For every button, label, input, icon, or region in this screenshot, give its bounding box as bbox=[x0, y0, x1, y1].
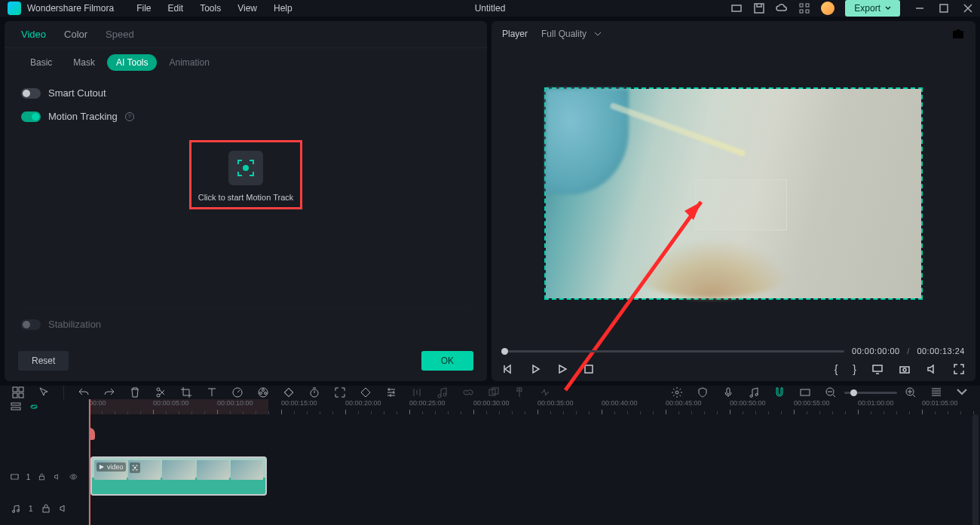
tab-video[interactable]: Video bbox=[21, 29, 46, 40]
scrub-slider[interactable] bbox=[502, 350, 844, 353]
prev-frame-icon[interactable] bbox=[502, 363, 514, 375]
green-screen-icon[interactable] bbox=[360, 386, 372, 398]
minimize-icon[interactable] bbox=[915, 4, 924, 13]
cursor-icon[interactable] bbox=[38, 386, 50, 398]
menu-tools[interactable]: Tools bbox=[200, 3, 221, 14]
svg-rect-1 bbox=[755, 4, 764, 13]
zoom-slider[interactable] bbox=[844, 392, 897, 394]
maximize-icon[interactable] bbox=[939, 4, 948, 13]
reset-button[interactable]: Reset bbox=[18, 351, 69, 371]
chain-icon[interactable] bbox=[29, 401, 39, 412]
timeline-ruler[interactable]: 00:0000:00:05:0000:00:10:0000:00:15:0000… bbox=[89, 399, 980, 414]
subtab-ai-tools[interactable]: AI Tools bbox=[107, 54, 157, 71]
audio-track-lane[interactable] bbox=[89, 497, 980, 525]
mute-icon[interactable] bbox=[54, 472, 62, 482]
mark-in-icon[interactable]: { bbox=[835, 363, 838, 375]
volume-icon[interactable] bbox=[926, 363, 938, 375]
mute-icon[interactable] bbox=[59, 503, 69, 514]
music-icon[interactable] bbox=[748, 386, 760, 398]
split-icon[interactable] bbox=[155, 386, 167, 398]
speed-icon[interactable] bbox=[231, 386, 243, 398]
svg-rect-35 bbox=[11, 403, 20, 405]
ruler-tick: 00:00:30:00 bbox=[473, 399, 510, 407]
crop-icon[interactable] bbox=[180, 386, 192, 398]
audio-stretch-icon[interactable] bbox=[539, 386, 551, 398]
link-icon[interactable] bbox=[462, 386, 474, 398]
adjust-icon[interactable] bbox=[385, 386, 397, 398]
chevron-down-icon[interactable] bbox=[956, 386, 968, 398]
menu-file[interactable]: File bbox=[136, 3, 151, 14]
playhead[interactable] bbox=[89, 399, 90, 525]
menu-view[interactable]: View bbox=[237, 3, 257, 14]
account-avatar-icon[interactable] bbox=[821, 2, 835, 15]
lock-icon[interactable] bbox=[38, 472, 46, 482]
menu-help[interactable]: Help bbox=[274, 3, 292, 14]
player-video-area[interactable] bbox=[492, 47, 975, 340]
smart-cutout-toggle[interactable] bbox=[21, 88, 41, 99]
subtab-mask[interactable]: Mask bbox=[64, 54, 104, 71]
color-icon[interactable] bbox=[257, 386, 269, 398]
subtab-basic[interactable]: Basic bbox=[21, 54, 61, 71]
marker-icon[interactable] bbox=[513, 386, 525, 398]
export-button[interactable]: Export bbox=[845, 0, 900, 17]
fullscreen-icon[interactable] bbox=[953, 363, 965, 375]
group-icon[interactable] bbox=[488, 386, 500, 398]
cloud-icon[interactable] bbox=[776, 2, 788, 14]
play-icon[interactable] bbox=[556, 363, 568, 375]
text-icon[interactable] bbox=[206, 386, 218, 398]
player-quality-label: Full Quality bbox=[541, 29, 586, 39]
stop-icon[interactable] bbox=[583, 364, 594, 374]
player-tab[interactable]: Player bbox=[502, 29, 528, 39]
display-icon[interactable] bbox=[871, 363, 884, 375]
save-icon[interactable] bbox=[753, 2, 765, 14]
motion-tracking-toggle[interactable] bbox=[21, 111, 41, 122]
timeline-scrollbar[interactable] bbox=[972, 414, 978, 525]
tab-speed[interactable]: Speed bbox=[106, 29, 134, 40]
frame-icon[interactable] bbox=[799, 386, 811, 398]
subtab-animation[interactable]: Animation bbox=[160, 54, 218, 71]
visibility-icon[interactable] bbox=[69, 472, 78, 482]
menu-edit[interactable]: Edit bbox=[168, 3, 184, 14]
play-reverse-icon[interactable] bbox=[529, 363, 541, 375]
video-clip[interactable]: video bbox=[90, 456, 267, 496]
svg-rect-11 bbox=[585, 365, 593, 373]
apps-icon[interactable] bbox=[798, 2, 810, 14]
tab-color[interactable]: Color bbox=[64, 29, 87, 40]
ruler-tick: 00:00:05:00 bbox=[153, 399, 189, 407]
video-canvas[interactable] bbox=[546, 89, 921, 298]
help-icon[interactable]: ? bbox=[125, 112, 134, 121]
lock-icon[interactable] bbox=[41, 503, 51, 514]
redo-icon[interactable] bbox=[103, 386, 115, 398]
duration-icon[interactable] bbox=[308, 386, 320, 398]
audio-mix-icon[interactable] bbox=[411, 386, 423, 398]
layout-icon[interactable] bbox=[12, 386, 24, 398]
detach-audio-icon[interactable] bbox=[436, 386, 449, 398]
camera-icon[interactable] bbox=[899, 363, 911, 375]
render-icon[interactable] bbox=[671, 386, 683, 398]
keyframe-icon[interactable] bbox=[283, 386, 295, 398]
clip-effect-badge bbox=[130, 462, 140, 473]
close-icon[interactable] bbox=[963, 4, 972, 13]
mic-icon[interactable] bbox=[722, 386, 734, 398]
video-track-header[interactable]: 1 bbox=[0, 461, 88, 493]
start-motion-track-button[interactable]: Click to start Motion Track bbox=[197, 151, 295, 202]
zoom-out-icon[interactable] bbox=[825, 386, 837, 398]
motion-track-target-box[interactable] bbox=[695, 179, 787, 230]
audio-track-header[interactable]: 1 bbox=[0, 493, 88, 524]
ok-button[interactable]: OK bbox=[421, 351, 473, 371]
delete-icon[interactable] bbox=[129, 386, 141, 398]
undo-icon[interactable] bbox=[78, 386, 90, 398]
list-view-icon[interactable] bbox=[930, 386, 942, 398]
shield-icon[interactable] bbox=[697, 386, 709, 398]
snapshot-icon[interactable] bbox=[951, 27, 965, 41]
player-quality-select[interactable]: Full Quality bbox=[541, 29, 602, 39]
timeline-tracks[interactable]: 00:0000:00:05:0000:00:10:0000:00:15:0000… bbox=[89, 399, 980, 525]
ratio-icon[interactable] bbox=[730, 2, 743, 14]
tracks-menu-icon[interactable] bbox=[11, 401, 21, 412]
mark-out-icon[interactable]: } bbox=[853, 363, 856, 375]
magnet-icon[interactable] bbox=[773, 386, 786, 398]
video-track-lane[interactable]: video bbox=[89, 461, 980, 493]
zoom-in-icon[interactable] bbox=[905, 386, 917, 398]
fit-icon[interactable] bbox=[334, 386, 346, 398]
stabilization-toggle[interactable] bbox=[21, 319, 41, 330]
